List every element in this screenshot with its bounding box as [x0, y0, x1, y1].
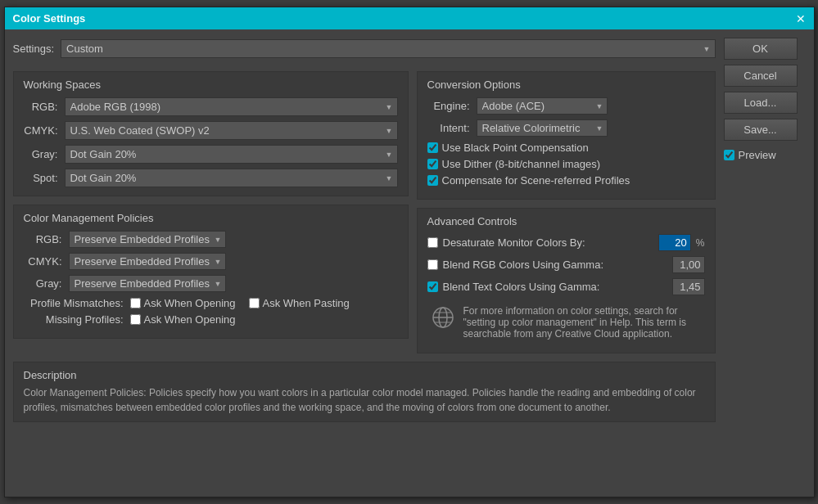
dialog-title: Color Settings: [13, 12, 86, 25]
conversion-title: Conversion Options: [427, 79, 705, 91]
preview-checkbox[interactable]: [724, 150, 734, 160]
compensate-label[interactable]: Compensate for Scene-referred Profiles: [442, 174, 630, 187]
dither-option: Use Dither (8-bit/channel images): [427, 158, 705, 170]
rgb-label: RGB:: [24, 101, 65, 113]
cancel-button[interactable]: Cancel: [724, 65, 798, 87]
sidebar: OK Cancel Load... Save... Preview: [724, 38, 806, 488]
ok-button[interactable]: OK: [724, 38, 798, 60]
rgb-select-wrapper: Adobe RGB (1998): [65, 97, 398, 116]
cmyk-select-wrapper: U.S. Web Coated (SWOP) v2: [65, 121, 398, 140]
intent-label: Intent:: [427, 122, 477, 134]
info-box: For more information on color settings, …: [427, 300, 705, 344]
missing-opening-checkbox[interactable]: [130, 314, 141, 325]
engine-row: Engine: Adobe (ACE): [427, 97, 705, 115]
main-panel: Settings: Custom Working Spaces RGB:: [13, 38, 716, 488]
close-button[interactable]: ✕: [796, 13, 806, 25]
working-spaces-panel: Working Spaces RGB: Adobe RGB (1998) CMY…: [13, 71, 409, 196]
gray-select-wrapper: Dot Gain 20%: [65, 145, 398, 164]
spot-select-wrapper: Dot Gain 20%: [65, 169, 398, 187]
blend-rgb-label[interactable]: Blend RGB Colors Using Gamma:: [443, 259, 667, 271]
policy-gray-row: Gray: Preserve Embedded Profiles: [24, 275, 398, 292]
policy-rgb-row: RGB: Preserve Embedded Profiles: [24, 231, 398, 248]
blend-text-checkbox[interactable]: [427, 281, 438, 292]
left-panels: Working Spaces RGB: Adobe RGB (1998) CMY…: [13, 71, 409, 353]
policy-gray-select[interactable]: Preserve Embedded Profiles: [69, 275, 226, 292]
ask-opening-checkbox[interactable]: [130, 298, 141, 308]
preview-check: Preview: [724, 149, 806, 161]
preview-label[interactable]: Preview: [739, 149, 776, 161]
blend-text-input[interactable]: [672, 278, 705, 295]
blend-text-label[interactable]: Blend Text Colors Using Gamma:: [443, 281, 667, 293]
conversion-options-panel: Conversion Options Engine: Adobe (ACE) I…: [417, 71, 716, 200]
desaturate-label[interactable]: Desaturate Monitor Colors By:: [443, 236, 653, 249]
cmyk-label: CMYK:: [24, 124, 65, 137]
mismatches-row: Profile Mismatches: Ask When Opening Ask…: [24, 297, 398, 309]
description-title: Description: [24, 369, 705, 381]
cmyk-select[interactable]: U.S. Web Coated (SWOP) v2: [65, 121, 398, 140]
color-management-title: Color Management Policies: [24, 212, 398, 224]
ask-opening-check-item: Ask When Opening: [130, 297, 236, 309]
desaturate-checkbox[interactable]: [427, 237, 438, 248]
settings-label: Settings:: [13, 43, 55, 55]
description-panel: Description Color Management Policies: P…: [13, 362, 716, 422]
missing-checkboxes: Ask When Opening: [130, 313, 236, 326]
title-bar: Color Settings ✕: [5, 7, 814, 29]
color-management-panel: Color Management Policies RGB: Preserve …: [13, 205, 409, 339]
policy-rgb-select[interactable]: Preserve Embedded Profiles: [69, 231, 226, 248]
rgb-select[interactable]: Adobe RGB (1998): [65, 97, 398, 116]
ask-opening-label[interactable]: Ask When Opening: [144, 297, 236, 309]
gray-select[interactable]: Dot Gain 20%: [65, 145, 398, 164]
spot-row: Spot: Dot Gain 20%: [24, 169, 398, 187]
intent-select[interactable]: Relative Colorimetric: [477, 119, 608, 137]
two-col-layout: Working Spaces RGB: Adobe RGB (1998) CMY…: [13, 71, 716, 353]
blend-rgb-checkbox[interactable]: [427, 259, 438, 270]
working-spaces-title: Working Spaces: [24, 79, 398, 91]
compensate-option: Compensate for Scene-referred Profiles: [427, 174, 705, 187]
save-button[interactable]: Save...: [724, 119, 798, 141]
gray-row: Gray: Dot Gain 20%: [24, 145, 398, 164]
compensate-checkbox[interactable]: [427, 175, 438, 186]
policy-rgb-select-wrapper: Preserve Embedded Profiles: [69, 231, 226, 248]
blend-text-row: Blend Text Colors Using Gamma:: [427, 278, 705, 295]
right-panels: Conversion Options Engine: Adobe (ACE) I…: [417, 71, 716, 353]
desaturate-row: Desaturate Monitor Colors By: %: [427, 234, 705, 251]
desaturate-unit: %: [696, 237, 705, 249]
load-button[interactable]: Load...: [724, 92, 798, 114]
blend-rgb-input[interactable]: [672, 256, 705, 273]
settings-select[interactable]: Custom: [61, 39, 715, 58]
missing-row: Missing Profiles: Ask When Opening: [24, 313, 398, 326]
policy-gray-select-wrapper: Preserve Embedded Profiles: [69, 275, 226, 292]
policy-cmyk-select[interactable]: Preserve Embedded Profiles: [69, 253, 226, 270]
missing-opening-check-item: Ask When Opening: [130, 313, 236, 326]
black-point-checkbox[interactable]: [427, 142, 438, 153]
policy-gray-label: Gray:: [24, 277, 69, 290]
missing-opening-label[interactable]: Ask When Opening: [144, 313, 236, 326]
ask-pasting-checkbox[interactable]: [249, 298, 260, 308]
engine-select[interactable]: Adobe (ACE): [477, 97, 608, 115]
black-point-label[interactable]: Use Black Point Compensation: [442, 142, 589, 154]
spot-select[interactable]: Dot Gain 20%: [65, 169, 398, 187]
ask-pasting-label[interactable]: Ask When Pasting: [263, 297, 350, 309]
ask-pasting-check-item: Ask When Pasting: [249, 297, 350, 309]
rgb-row: RGB: Adobe RGB (1998): [24, 97, 398, 116]
engine-label: Engine:: [427, 100, 477, 112]
info-text: For more information on color settings, …: [463, 305, 702, 340]
policy-rgb-label: RGB:: [24, 233, 69, 245]
mismatches-checkboxes: Ask When Opening Ask When Pasting: [130, 297, 350, 309]
advanced-title: Advanced Controls: [427, 215, 705, 227]
policy-cmyk-label: CMYK:: [24, 255, 69, 268]
mismatches-label: Profile Mismatches:: [24, 297, 130, 309]
desaturate-input[interactable]: [658, 234, 691, 251]
blend-rgb-row: Blend RGB Colors Using Gamma:: [427, 256, 705, 273]
dither-label[interactable]: Use Dither (8-bit/channel images): [442, 158, 601, 170]
settings-select-wrapper: Custom: [61, 39, 715, 58]
missing-label: Missing Profiles:: [24, 313, 130, 326]
settings-row: Settings: Custom: [13, 38, 716, 63]
black-point-option: Use Black Point Compensation: [427, 142, 705, 154]
policy-cmyk-row: CMYK: Preserve Embedded Profiles: [24, 253, 398, 270]
intent-row: Intent: Relative Colorimetric: [427, 119, 705, 137]
globe-icon: [431, 305, 455, 330]
dialog-body: Settings: Custom Working Spaces RGB:: [5, 29, 814, 497]
policy-cmyk-select-wrapper: Preserve Embedded Profiles: [69, 253, 226, 270]
dither-checkbox[interactable]: [427, 159, 438, 169]
